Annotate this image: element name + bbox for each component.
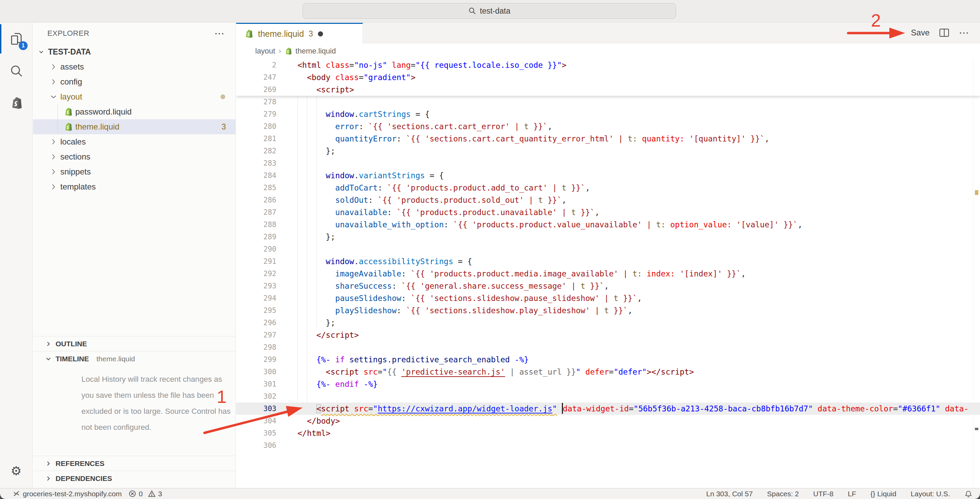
line-number[interactable]: 304: [236, 415, 276, 427]
line-number[interactable]: 2: [236, 59, 276, 71]
code-line-297[interactable]: 297 </script>: [236, 329, 980, 341]
line-number[interactable]: 300: [236, 366, 276, 378]
line-number[interactable]: 281: [236, 132, 276, 145]
line-number[interactable]: 285: [236, 182, 276, 194]
line-number[interactable]: 303: [236, 403, 276, 415]
line-number[interactable]: 278: [236, 96, 276, 108]
code-line-286[interactable]: 286 soldOut: `{{ 'products.product.sold_…: [236, 194, 980, 206]
tree-item-assets[interactable]: assets: [33, 59, 235, 74]
line-number[interactable]: 292: [236, 268, 276, 280]
breadcrumb-file[interactable]: theme.liquid: [296, 47, 336, 56]
line-number[interactable]: 297: [236, 329, 276, 341]
tree-item-layout[interactable]: layout: [33, 89, 235, 104]
line-number[interactable]: 293: [236, 280, 276, 292]
line-number[interactable]: 286: [236, 194, 276, 206]
code-line-295[interactable]: 295 playSlideshow: `{{ 'sections.slidesh…: [236, 305, 980, 317]
activitybar-settings[interactable]: ⚙: [0, 458, 32, 485]
code-line-303[interactable]: 303 <script src="https://cxwizard.app/wi…: [236, 403, 980, 415]
unsaved-dot-icon[interactable]: [318, 31, 323, 37]
code-line-247[interactable]: 247 <body class="gradient">: [236, 71, 980, 83]
outline-section-header[interactable]: OUTLINE: [33, 336, 235, 351]
line-number[interactable]: 247: [236, 71, 276, 83]
breadcrumb[interactable]: layout › theme.liquid: [236, 43, 980, 59]
line-number[interactable]: 294: [236, 292, 276, 305]
tree-item-locales[interactable]: locales: [33, 134, 235, 149]
tree-item-snippets[interactable]: snippets: [33, 164, 235, 179]
line-number[interactable]: 283: [236, 157, 276, 169]
code-line-301[interactable]: 301 {%- endif -%}: [236, 378, 980, 390]
tree-root-test-data[interactable]: TEST-DATA: [33, 44, 235, 59]
tree-item-sections[interactable]: sections: [33, 149, 235, 164]
code-line-287[interactable]: 287 unavailable: `{{ 'products.product.u…: [236, 206, 980, 218]
activitybar-search[interactable]: [0, 55, 32, 87]
problems-status[interactable]: 0 3: [129, 490, 162, 498]
line-number[interactable]: 298: [236, 341, 276, 354]
tab-theme-liquid[interactable]: theme.liquid 3: [236, 23, 363, 44]
code-line-278[interactable]: 278: [236, 96, 980, 108]
line-number[interactable]: 288: [236, 218, 276, 231]
line-number[interactable]: 299: [236, 354, 276, 366]
status-item--liquid[interactable]: {} Liquid: [870, 490, 897, 498]
code-line-299[interactable]: 299 {%- if settings.predictive_search_en…: [236, 354, 980, 366]
code-line-280[interactable]: 280 error: `{{ 'sections.cart.cart_error…: [236, 120, 980, 132]
code-line-302[interactable]: 302: [236, 390, 980, 403]
line-number[interactable]: 289: [236, 231, 276, 243]
code-line-285[interactable]: 285 addToCart: `{{ 'products.product.add…: [236, 182, 980, 194]
line-number[interactable]: 302: [236, 390, 276, 403]
activitybar-shopify[interactable]: [0, 87, 32, 119]
code-line-282[interactable]: 282 };: [236, 145, 980, 157]
status-item-lf[interactable]: LF: [848, 490, 856, 498]
command-center-search[interactable]: test-data: [302, 3, 676, 19]
line-number[interactable]: 301: [236, 378, 276, 390]
code-line-306[interactable]: 306: [236, 439, 980, 452]
code-line-296[interactable]: 296 };: [236, 317, 980, 329]
bell-icon[interactable]: [964, 490, 972, 498]
code-line-283[interactable]: 283: [236, 157, 980, 169]
code-line-291[interactable]: 291 window.accessibilityStrings = {: [236, 255, 980, 268]
line-number[interactable]: 305: [236, 427, 276, 439]
code-line-305[interactable]: 305</html>: [236, 427, 980, 439]
activitybar-explorer[interactable]: 1: [0, 23, 32, 55]
code-line-290[interactable]: 290: [236, 243, 980, 255]
code-line-279[interactable]: 279 window.cartStrings = {: [236, 108, 980, 120]
tree-item-password.liquid[interactable]: password.liquid: [33, 104, 235, 119]
line-number[interactable]: 280: [236, 120, 276, 132]
line-number[interactable]: 290: [236, 243, 276, 255]
dependencies-section-header[interactable]: DEPENDENCIES: [33, 471, 235, 486]
line-number[interactable]: 284: [236, 169, 276, 182]
line-number[interactable]: 291: [236, 255, 276, 268]
code-line-300[interactable]: 300 <script src="{{ 'predictive-search.j…: [236, 366, 980, 378]
line-number[interactable]: 282: [236, 145, 276, 157]
tree-item-theme.liquid[interactable]: theme.liquid3: [33, 119, 235, 134]
breadcrumb-folder[interactable]: layout: [255, 47, 275, 56]
line-number[interactable]: 287: [236, 206, 276, 218]
code-line-281[interactable]: 281 quantityError: `{{ 'sections.cart.ca…: [236, 132, 980, 145]
code-line-292[interactable]: 292 imageAvailable: `{{ 'products.produc…: [236, 268, 980, 280]
code-editor[interactable]: 278279 window.cartStrings = {280 error: …: [236, 59, 980, 488]
code-line-293[interactable]: 293 shareSuccess: `{{ 'general.share.suc…: [236, 280, 980, 292]
code-line-284[interactable]: 284 window.variantStrings = {: [236, 169, 980, 182]
code-line-289[interactable]: 289 };: [236, 231, 980, 243]
code-line-269[interactable]: 269 <script>: [236, 83, 980, 96]
tree-item-config[interactable]: config: [33, 74, 235, 89]
overview-ruler[interactable]: [973, 59, 973, 488]
status-item-utf-8[interactable]: UTF-8: [813, 490, 834, 498]
timeline-section-header[interactable]: TIMELINE theme.liquid: [33, 351, 235, 366]
line-number[interactable]: 279: [236, 108, 276, 120]
line-number[interactable]: 295: [236, 305, 276, 317]
save-button[interactable]: Save: [911, 28, 929, 38]
tree-item-templates[interactable]: templates: [33, 179, 235, 194]
code-line-288[interactable]: 288 unavailable_with_option: `{{ 'produc…: [236, 218, 980, 231]
code-line-2[interactable]: 2<html class="no-js" lang="{{ request.lo…: [236, 59, 980, 71]
line-number[interactable]: 306: [236, 439, 276, 452]
remote-indicator[interactable]: groceries-test-2.myshopify.com: [12, 490, 122, 498]
status-item-ln-303-col-57[interactable]: Ln 303, Col 57: [706, 490, 753, 498]
code-line-294[interactable]: 294 pauseSlideshow: `{{ 'sections.slides…: [236, 292, 980, 305]
code-line-304[interactable]: 304 </body>: [236, 415, 980, 427]
split-editor-icon[interactable]: [939, 28, 949, 38]
line-number[interactable]: 296: [236, 317, 276, 329]
status-item-layout-u-s-[interactable]: Layout: U.S.: [910, 490, 950, 498]
references-section-header[interactable]: REFERENCES: [33, 456, 235, 471]
status-item-spaces-2[interactable]: Spaces: 2: [767, 490, 799, 498]
code-line-298[interactable]: 298: [236, 341, 980, 354]
